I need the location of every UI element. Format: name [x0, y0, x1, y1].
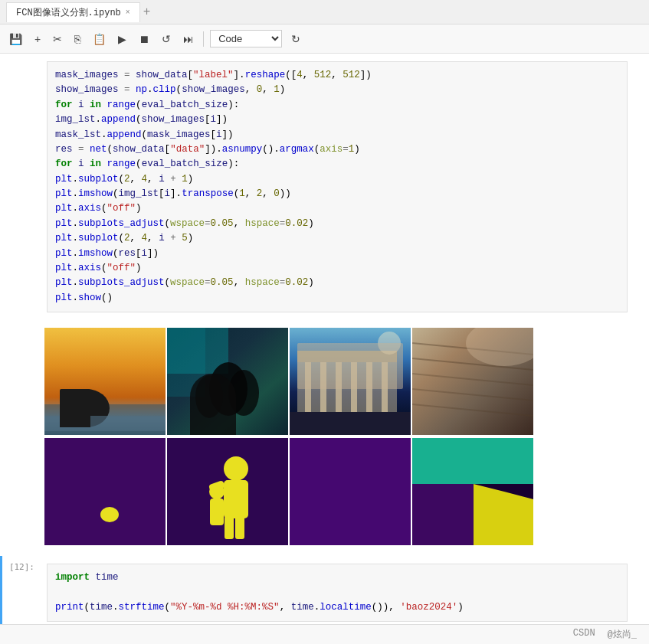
code-line-13: plt.imshow(res[i])	[55, 247, 619, 261]
segmentation-image-1	[44, 438, 166, 545]
svg-point-35	[209, 484, 225, 499]
toolbar-separator	[203, 31, 204, 47]
svg-rect-37	[225, 516, 234, 539]
save-button[interactable]: 💾	[6, 31, 25, 47]
add-cell-button[interactable]: +	[31, 31, 44, 47]
code-line-11: plt.subplots_adjust(wspace=0.05, hspace=…	[55, 217, 619, 231]
code-cell-main: mask_images = show_data["label"].reshape…	[0, 54, 649, 320]
code-block-main[interactable]: mask_images = show_data["label"].reshape…	[47, 61, 628, 312]
original-image-1	[44, 328, 166, 435]
notebook-content: mask_images = show_data["label"].reshape…	[0, 54, 649, 644]
svg-rect-33	[224, 480, 248, 518]
building-svg	[290, 328, 411, 435]
svg-point-3	[60, 397, 90, 424]
csdn-label: CSDN	[573, 628, 595, 641]
tab-add-icon[interactable]: +	[143, 5, 151, 19]
cut-button[interactable]: ✂	[50, 31, 65, 47]
blank-line	[55, 585, 619, 600]
import-line: import time	[55, 570, 619, 585]
code-line-5: mask_lst.append(mask_images[i])	[55, 128, 619, 142]
code-line-2: show_images = np.clip(show_images, 0, 1)	[55, 83, 619, 97]
svg-rect-17	[351, 362, 357, 412]
paste-button[interactable]: 📋	[90, 31, 109, 47]
original-image-4	[412, 328, 533, 435]
original-images-row	[44, 328, 643, 435]
svg-rect-38	[235, 516, 244, 539]
tab-title: FCN图像语义分割.ipynb	[16, 6, 121, 19]
cell-number-main	[2, 57, 41, 60]
toolbar: 💾 + ✂ ⎘ 📋 ▶ ⏹ ↺ ⏭ Code Markdown Raw ↻	[0, 25, 649, 54]
original-image-2	[167, 328, 288, 435]
code-line-9: plt.imshow(img_lst[i].transpose(1, 2, 0)…	[55, 187, 619, 201]
bottom-bar: CSDN @炫尚_	[0, 624, 649, 644]
svg-point-30	[100, 507, 119, 522]
code-line-10: plt.axis("off")	[55, 201, 619, 216]
seg3-svg	[290, 438, 411, 545]
stop-button[interactable]: ⏹	[136, 31, 152, 47]
cell-type-select[interactable]: Code Markdown Raw	[210, 30, 282, 47]
print-line: print(time.strftime("%Y-%m-%d %H:%M:%S",…	[55, 600, 619, 615]
user-label: @炫尚_	[608, 628, 637, 641]
output-area-images	[38, 320, 649, 556]
segmentation-image-4	[412, 438, 533, 545]
svg-point-2	[64, 389, 110, 427]
svg-rect-15	[320, 362, 326, 412]
seg4-svg	[412, 438, 533, 545]
seg2-svg	[167, 438, 288, 545]
svg-rect-7	[167, 328, 205, 397]
svg-rect-13	[297, 351, 397, 362]
sunset-svg	[44, 328, 166, 435]
code-line-1: mask_images = show_data["label"].reshape…	[55, 68, 619, 83]
svg-rect-0	[44, 328, 166, 435]
dark-scene-svg	[167, 328, 288, 435]
refresh-icon[interactable]: ↻	[288, 31, 303, 47]
cell-12-number: [12]:	[2, 559, 41, 572]
svg-rect-19	[382, 362, 388, 412]
segmentation-images-row	[44, 438, 643, 545]
cell-content-main[interactable]: mask_images = show_data["label"].reshape…	[41, 57, 649, 317]
svg-rect-20	[290, 412, 411, 435]
svg-rect-40	[412, 438, 533, 484]
code-line-4: img_lst.append(show_images[i])	[55, 113, 619, 127]
code-line-15: plt.subplots_adjust(wspace=0.05, hspace=…	[55, 276, 619, 290]
run-button[interactable]: ▶	[115, 31, 129, 47]
texture-svg	[412, 328, 533, 435]
svg-point-9	[228, 370, 259, 416]
svg-rect-16	[336, 362, 342, 412]
cell-12-code[interactable]: import time print(time.strftime("%Y-%m-%…	[47, 564, 628, 622]
segmentation-image-3	[290, 438, 411, 545]
fast-forward-button[interactable]: ⏭	[180, 31, 197, 47]
tab-close-icon[interactable]: ×	[126, 8, 130, 17]
code-line-16: plt.show()	[55, 291, 619, 306]
copy-button[interactable]: ⎘	[71, 31, 84, 47]
code-line-6: res = net(show_data["data"]).asnumpy().a…	[55, 142, 619, 157]
svg-point-10	[195, 375, 223, 418]
svg-rect-18	[366, 362, 372, 412]
restart-button[interactable]: ↺	[159, 31, 174, 47]
svg-rect-39	[290, 438, 411, 545]
original-image-3	[290, 328, 411, 435]
seg1-svg	[44, 438, 166, 545]
code-line-14: plt.axis("off")	[55, 261, 619, 276]
svg-point-32	[224, 456, 248, 481]
segmentation-image-2	[167, 438, 288, 545]
svg-rect-36	[210, 499, 224, 525]
svg-point-21	[378, 332, 401, 355]
svg-rect-14	[305, 362, 311, 412]
svg-rect-29	[44, 438, 166, 545]
code-line-8: plt.subplot(2, 4, i + 1)	[55, 172, 619, 187]
code-line-3: for i in range(eval_batch_size):	[55, 98, 619, 113]
code-line-12: plt.subplot(2, 4, i + 5)	[55, 231, 619, 246]
notebook-tab[interactable]: FCN图像语义分割.ipynb ×	[6, 2, 140, 22]
title-bar: FCN图像语义分割.ipynb × +	[0, 0, 649, 25]
code-line-7: for i in range(eval_batch_size):	[55, 157, 619, 172]
